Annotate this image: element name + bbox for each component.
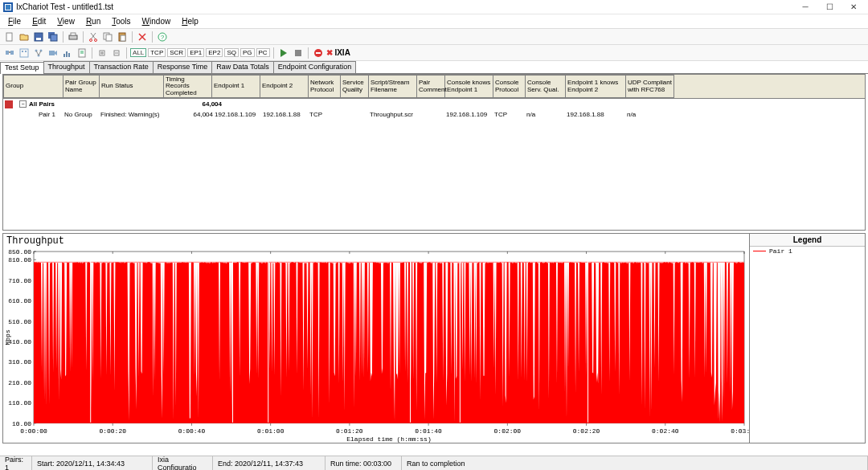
svg-text:0:03:00: 0:03:00 bbox=[731, 427, 749, 435]
chart-area: Throughput 10.00110.00210.00310.00410.00… bbox=[2, 233, 866, 443]
menu-run[interactable]: Run bbox=[81, 15, 105, 27]
status-config: Ixia Configuratio bbox=[153, 456, 213, 470]
save-icon[interactable] bbox=[32, 31, 45, 43]
menu-window[interactable]: Window bbox=[137, 15, 176, 27]
legend-title: Legend bbox=[750, 234, 865, 247]
collapse-icon[interactable] bbox=[110, 47, 123, 59]
svg-point-11 bbox=[95, 39, 97, 41]
tab-transaction-rate[interactable]: Transaction Rate bbox=[89, 61, 154, 73]
report-icon[interactable] bbox=[76, 47, 88, 59]
svg-text:0:02:00: 0:02:00 bbox=[494, 427, 522, 435]
tab-response-time[interactable]: Response Time bbox=[153, 61, 213, 73]
cell-group: No Group bbox=[64, 111, 100, 118]
tree-root-label: All Pairs bbox=[29, 100, 174, 108]
svg-rect-23 bbox=[25, 51, 27, 52]
tree-root-records: 64,004 bbox=[174, 100, 222, 108]
cell-protocol: TCP bbox=[309, 111, 342, 118]
col-network-protocol[interactable]: Network Protocol bbox=[309, 75, 341, 98]
legend-item[interactable]: Pair 1 bbox=[750, 247, 865, 255]
expand-icon[interactable] bbox=[96, 47, 108, 59]
filter-ep1[interactable]: EP1 bbox=[187, 48, 204, 57]
status-end: End: 2020/12/11, 14:37:43 bbox=[213, 456, 326, 470]
col-console-serv-qual[interactable]: Console Serv. Qual. bbox=[526, 75, 566, 98]
col-service-quality[interactable]: Service Quality bbox=[341, 75, 369, 98]
filter-all[interactable]: ALL bbox=[130, 48, 146, 57]
open-icon[interactable] bbox=[18, 31, 31, 43]
new-icon[interactable] bbox=[3, 31, 16, 43]
col-run-status[interactable]: Run Status bbox=[100, 75, 164, 98]
svg-text:0:00:20: 0:00:20 bbox=[99, 427, 126, 435]
expander-icon[interactable]: − bbox=[19, 100, 27, 108]
tree-root-row[interactable]: − All Pairs 64,004 bbox=[3, 99, 865, 109]
svg-rect-27 bbox=[49, 51, 55, 55]
status-result: Ran to completion bbox=[402, 456, 868, 470]
svg-text:0:01:00: 0:01:00 bbox=[257, 427, 285, 435]
col-endpoint1[interactable]: Endpoint 1 bbox=[212, 75, 260, 98]
tab-throughput[interactable]: Throughput bbox=[43, 61, 90, 73]
menu-help[interactable]: Help bbox=[177, 15, 203, 27]
svg-text:610.00: 610.00 bbox=[8, 297, 31, 304]
saveall-icon[interactable] bbox=[47, 31, 59, 43]
maximize-button[interactable]: ☐ bbox=[818, 1, 841, 14]
chart-icon[interactable] bbox=[61, 47, 74, 59]
col-ep1-knows-ep2[interactable]: Endpoint 1 knows Endpoint 2 bbox=[566, 75, 626, 98]
filter-tcp[interactable]: TCP bbox=[148, 48, 166, 57]
filter-pg[interactable]: PG bbox=[240, 48, 255, 57]
svg-rect-28 bbox=[63, 54, 65, 57]
filter-sq[interactable]: SQ bbox=[224, 48, 239, 57]
status-start: Start: 2020/12/11, 14:34:43 bbox=[32, 456, 153, 470]
addpair-icon[interactable] bbox=[3, 47, 16, 59]
help-icon[interactable]: ? bbox=[156, 31, 169, 43]
col-endpoint2[interactable]: Endpoint 2 bbox=[260, 75, 309, 98]
svg-text:Elapsed time (h:mm:ss): Elapsed time (h:mm:ss) bbox=[346, 435, 431, 443]
svg-text:110.00: 110.00 bbox=[8, 399, 31, 407]
tab-raw-data-totals[interactable]: Raw Data Totals bbox=[211, 61, 273, 73]
status-runtime: Run time: 00:03:00 bbox=[326, 456, 402, 470]
svg-rect-21 bbox=[20, 49, 28, 57]
col-pair-comment[interactable]: Pair Comment bbox=[417, 75, 445, 98]
copy-icon[interactable] bbox=[101, 31, 114, 43]
filter-scr[interactable]: SCR bbox=[167, 48, 186, 57]
minimize-button[interactable]: ─ bbox=[794, 1, 817, 14]
warning-icon bbox=[5, 100, 14, 108]
share-icon[interactable] bbox=[32, 47, 45, 59]
svg-rect-30 bbox=[68, 53, 70, 57]
close-button[interactable]: ✕ bbox=[842, 1, 865, 14]
filter-pc[interactable]: PC bbox=[256, 48, 270, 57]
svg-rect-9 bbox=[71, 33, 76, 35]
delete-icon[interactable] bbox=[136, 31, 149, 43]
stop-alt-icon[interactable] bbox=[312, 47, 325, 59]
cell-script: Throughput.scr bbox=[370, 111, 418, 118]
col-group[interactable]: Group bbox=[3, 75, 63, 98]
app-icon bbox=[3, 2, 13, 12]
run-icon[interactable] bbox=[277, 47, 290, 59]
results-grid: Group Pair Group Name Run Status Timing … bbox=[2, 74, 866, 231]
menu-view[interactable]: View bbox=[52, 15, 80, 27]
filter-ep2[interactable]: EP2 bbox=[206, 48, 223, 57]
addgroup-icon[interactable] bbox=[18, 47, 31, 59]
col-console-protocol[interactable]: Console Protocol bbox=[493, 75, 526, 98]
tab-test-setup[interactable]: Test Setup bbox=[0, 62, 44, 74]
video-icon[interactable] bbox=[47, 47, 59, 59]
col-script-stream[interactable]: Script/Stream Filename bbox=[369, 75, 417, 98]
col-timing-records[interactable]: Timing Records Completed bbox=[164, 75, 212, 98]
print-icon[interactable] bbox=[67, 31, 80, 43]
svg-rect-3 bbox=[6, 33, 12, 41]
stop-icon[interactable] bbox=[292, 47, 305, 59]
status-pairs: Pairs: 1 bbox=[0, 456, 32, 470]
cut-icon[interactable] bbox=[87, 31, 100, 43]
col-console-knows-ep1[interactable]: Console knows Endpoint 1 bbox=[445, 75, 493, 98]
svg-rect-5 bbox=[36, 38, 41, 40]
paste-icon[interactable] bbox=[116, 31, 129, 43]
tab-endpoint-config[interactable]: Endpoint Configuration bbox=[273, 61, 357, 73]
svg-text:Mbps: Mbps bbox=[4, 329, 11, 345]
col-udp-compliant[interactable]: UDP Compliant with RFC768 bbox=[626, 75, 674, 98]
table-row[interactable]: Pair 1 No Group Finished: Warning(s) 64,… bbox=[3, 109, 865, 120]
menu-tools[interactable]: Tools bbox=[107, 15, 135, 27]
col-pair-group[interactable]: Pair Group Name bbox=[63, 75, 100, 98]
svg-text:0:00:40: 0:00:40 bbox=[178, 427, 206, 435]
status-bar: Pairs: 1 Start: 2020/12/11, 14:34:43 Ixi… bbox=[0, 456, 868, 470]
svg-text:310.00: 310.00 bbox=[8, 358, 31, 366]
menu-file[interactable]: File bbox=[3, 15, 26, 27]
menu-edit[interactable]: Edit bbox=[27, 15, 51, 27]
